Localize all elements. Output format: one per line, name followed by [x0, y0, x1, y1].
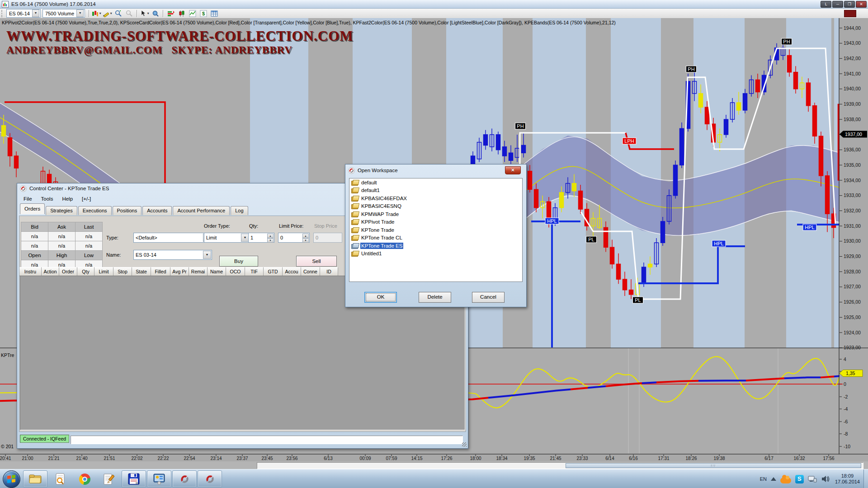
column-header-name[interactable]: Name [208, 267, 226, 276]
language-indicator[interactable]: EN [760, 476, 767, 482]
tab-positions[interactable]: Positions [113, 206, 142, 215]
column-header-qty[interactable]: Qty [77, 267, 94, 276]
candle-body [629, 290, 633, 295]
instrument-name-select[interactable]: ES 03-14 ▼ [133, 250, 212, 260]
chevron-down-icon[interactable]: ▼ [203, 251, 211, 259]
workspace-item[interactable]: KPMWAP Trade [349, 210, 522, 218]
tab-log[interactable]: Log [231, 206, 248, 215]
sell-button[interactable]: Sell [296, 256, 337, 267]
tab-executions[interactable]: Executions [78, 206, 112, 215]
menu-item-tools[interactable]: Tools [37, 195, 58, 202]
column-header-id[interactable]: ID [320, 267, 338, 276]
candle-body [14, 156, 19, 168]
column-header-gtd[interactable]: GTD [264, 267, 283, 276]
taskbar-ninjatrader-button[interactable] [198, 470, 222, 488]
candle-body [674, 165, 678, 195]
system-tray: EN S 18:09 17.06.2014 [760, 473, 863, 485]
column-header-tif[interactable]: TIF [245, 267, 264, 276]
close-icon[interactable]: ✕ [505, 166, 521, 174]
taskbar-control-panel-button[interactable] [147, 470, 171, 488]
column-header-remai[interactable]: Remai [189, 267, 208, 276]
tray-clock[interactable]: 18:09 17.06.2014 [835, 473, 860, 485]
menu-item-file[interactable]: File [19, 195, 37, 202]
show-desktop-button[interactable] [863, 469, 868, 488]
workspace-item[interactable]: KPTone Trade [349, 226, 522, 234]
dialog-title: Open Workspace [358, 168, 398, 173]
tab-orders[interactable]: Orders [20, 203, 45, 214]
cloud-app-icon[interactable] [780, 478, 791, 483]
skype-icon[interactable]: S [795, 475, 804, 483]
workspace-item[interactable]: KPPivot Trade [349, 218, 522, 226]
control-center-title: Control Center - KPTone Trade ES [29, 186, 109, 191]
speaker-icon[interactable] [821, 475, 830, 483]
spinner-arrows[interactable]: ▲▼ [302, 234, 309, 242]
price-tick-label: 1932,00 [844, 208, 861, 213]
menu-item-help[interactable]: Help [57, 195, 77, 202]
workspace-item-label: Untitled1 [360, 250, 382, 257]
taskbar-notepad-button[interactable] [97, 471, 121, 487]
osc-tick-label: -4 [844, 406, 848, 412]
tab-strategies[interactable]: Strategies [46, 206, 77, 215]
time-tick-label: 21:00 [22, 456, 33, 461]
workspace-item[interactable]: KPTone Trade CL [349, 234, 522, 242]
delete-button[interactable]: Delete [419, 292, 451, 303]
column-header-conne[interactable]: Conne [301, 267, 320, 276]
ok-button[interactable]: OK [364, 292, 397, 303]
column-header-instru[interactable]: Instru [19, 267, 42, 276]
notepad-pencil-icon [103, 473, 115, 485]
start-button[interactable] [3, 470, 20, 488]
time-tick-label: 17:26 [441, 456, 452, 461]
column-header-avg-pr[interactable]: Avg Pr [170, 267, 189, 276]
time-axis[interactable] [0, 454, 868, 461]
open-workspace-dialog[interactable]: Open Workspace ✕ defaultdefault1KPBASIC4… [345, 164, 527, 307]
workspace-item[interactable]: KPTone Trade ES [349, 242, 522, 250]
taskbar-search-button[interactable] [48, 471, 72, 487]
taskbar-explorer-button[interactable] [23, 470, 47, 488]
column-header-limit[interactable]: Limit [94, 267, 113, 276]
instrument-name-value: ES 03-14 [136, 252, 156, 258]
limit-price-stepper[interactable]: 0 ▲▼ [278, 233, 310, 243]
time-tick-label: 6/14 [605, 456, 614, 461]
column-header-filled[interactable]: Filled [151, 267, 170, 276]
time-tick-label: 23:33 [576, 456, 588, 461]
taskbar-backup-button[interactable]: 64 [122, 470, 146, 488]
dialog-titlebar[interactable]: Open Workspace [345, 164, 526, 176]
spinner-arrows[interactable]: ▲▼ [267, 234, 274, 242]
price-tick-label: 1924,00 [844, 330, 861, 335]
workspace-list[interactable]: defaultdefault1KPBASIC46EFDAXKPBASIC4ESN… [349, 178, 523, 282]
tab-account-performance[interactable]: Account Performance [173, 206, 230, 215]
taskbar-ninjatrader-button[interactable] [172, 470, 197, 488]
workspace-item[interactable]: Untitled1 [349, 250, 522, 258]
network-icon[interactable] [808, 475, 817, 483]
menu-item-[interactable]: [+/-] [77, 195, 95, 202]
atm-type-select[interactable]: <Default> ▼ [133, 233, 212, 243]
price-tick-label: 1931,00 [844, 223, 861, 229]
column-header-action[interactable]: Action [42, 267, 59, 276]
current-price-text: 1937,00 [845, 131, 862, 137]
column-header-oco[interactable]: OCO [226, 267, 245, 276]
workspace-item[interactable]: KPBASIC4ESNQ [349, 202, 522, 211]
candle-body [699, 94, 703, 107]
taskbar-chrome-button[interactable] [73, 471, 96, 487]
workspace-item[interactable]: default [349, 178, 522, 187]
buy-button[interactable]: Buy [219, 256, 258, 267]
column-header-accou[interactable]: Accou [283, 267, 301, 276]
column-header-stop[interactable]: Stop [113, 267, 132, 276]
workspace-item-label: KPPivot Trade [360, 219, 396, 225]
tray-expand-icon[interactable] [771, 477, 776, 481]
resize-grip[interactable] [462, 442, 467, 447]
workspace-item[interactable]: default1 [349, 187, 522, 195]
column-header-order[interactable]: Order [59, 267, 77, 276]
order-type-select[interactable]: Limit ▼ [204, 233, 250, 243]
clock-time: 18:09 [835, 473, 860, 479]
column-header-state[interactable]: State [132, 267, 151, 276]
stop-price-label: Stop Price [314, 223, 337, 229]
workspace-item[interactable]: KPBASIC46EFDAX [349, 194, 522, 202]
chart-scrollbar-thumb[interactable] [566, 463, 861, 468]
indicator-parameters-text: KPPivot2Color(ES 06-14 (7500 Volume),Tru… [2, 20, 838, 25]
quantity-stepper[interactable]: 1 ▲▼ [248, 233, 274, 243]
chart-scrollbar-track[interactable] [257, 462, 863, 469]
candle-body [724, 119, 728, 135]
cancel-button[interactable]: Cancel [472, 292, 505, 303]
tab-accounts[interactable]: Accounts [142, 206, 172, 215]
